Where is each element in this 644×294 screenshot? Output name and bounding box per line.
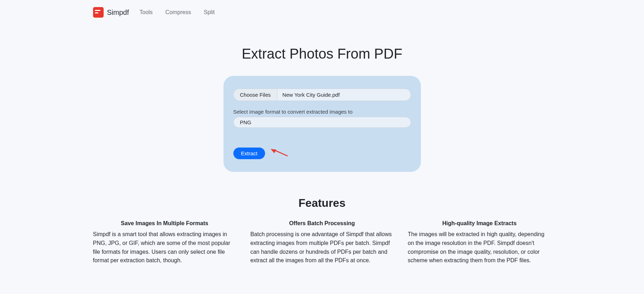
format-select[interactable]: PNG xyxy=(233,117,411,128)
feature-heading: High-quality Image Extracts xyxy=(408,220,551,227)
extract-card: Choose Files New York City Guide.pdf Sel… xyxy=(223,76,421,172)
feature-text: Batch processing is one advantage of Sim… xyxy=(250,230,394,265)
feature-heading: Save Images In Multiple Formats xyxy=(93,220,237,227)
brand-logo-icon xyxy=(93,7,104,18)
action-row: Extract xyxy=(233,148,411,159)
feature-heading: Offers Batch Processing xyxy=(250,220,394,227)
nav-link-compress[interactable]: Compress xyxy=(165,9,191,16)
feature-text: The images will be extracted in high qua… xyxy=(408,230,551,265)
brand-wrap[interactable]: Simpdf xyxy=(93,7,129,18)
svg-marker-1 xyxy=(271,149,276,153)
feature-col-2: Offers Batch Processing Batch processing… xyxy=(250,220,394,265)
feature-col-3: High-quality Image Extracts The images w… xyxy=(408,220,551,265)
annotation-arrow-icon xyxy=(270,148,290,159)
choose-files-button[interactable]: Choose Files xyxy=(234,89,278,101)
nav-link-split[interactable]: Split xyxy=(204,9,215,16)
svg-line-0 xyxy=(275,150,288,156)
page-title: Extract Photos From PDF xyxy=(0,46,644,62)
features-title: Features xyxy=(0,197,644,210)
features-row: Save Images In Multiple Formats Simpdf i… xyxy=(90,220,555,265)
feature-col-1: Save Images In Multiple Formats Simpdf i… xyxy=(93,220,237,265)
selected-file-name: New York City Guide.pdf xyxy=(277,89,410,101)
feature-text: Simpdf is a smart tool that allows extra… xyxy=(93,230,237,265)
top-nav: Simpdf Tools Compress Split xyxy=(90,0,555,25)
nav-link-tools[interactable]: Tools xyxy=(140,9,153,16)
format-label: Select image format to convert extracted… xyxy=(233,109,411,115)
extract-button[interactable]: Extract xyxy=(233,148,265,159)
brand-name: Simpdf xyxy=(107,8,129,17)
file-input-row[interactable]: Choose Files New York City Guide.pdf xyxy=(233,89,411,101)
format-selected-value: PNG xyxy=(240,119,252,125)
